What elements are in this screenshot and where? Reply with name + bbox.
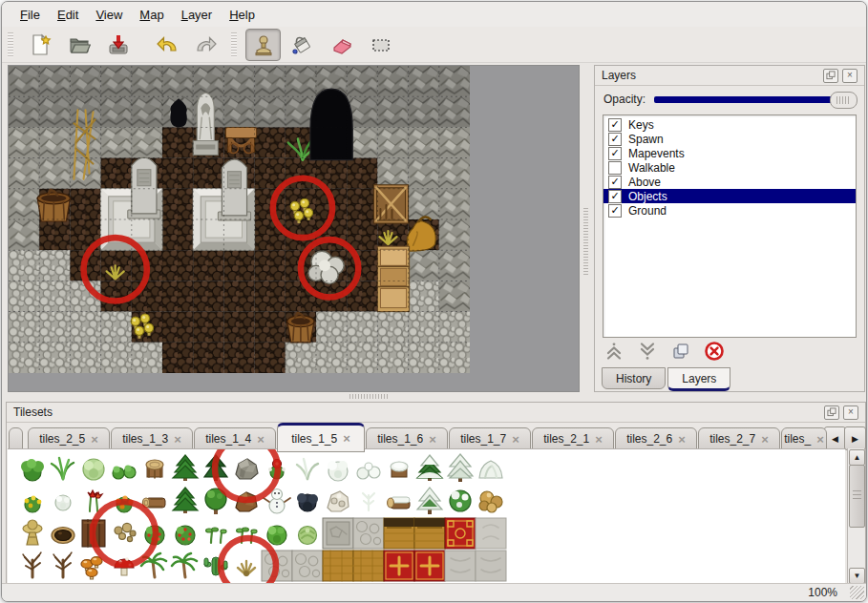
layer-row-keys[interactable]: ✓Keys [603, 117, 856, 132]
layer-row-above[interactable]: ✓Above [603, 175, 856, 189]
tab-close-icon[interactable]: × [257, 432, 265, 447]
tile-snowbush[interactable] [328, 461, 348, 481]
tileset-tab-tiles_2_1[interactable]: tiles_2_1× [532, 427, 614, 450]
menu-item-help[interactable]: Help [221, 4, 264, 26]
redo-button[interactable] [188, 29, 223, 61]
save-file-button[interactable] [100, 29, 136, 61]
fill-tool-button[interactable] [285, 29, 320, 61]
layer-visibility-checkbox[interactable]: ✓ [608, 176, 622, 189]
tile-snowlog[interactable] [388, 497, 410, 509]
panel-tab-layers[interactable]: Layers [667, 367, 730, 391]
duplicate-layer-button[interactable] [669, 341, 692, 362]
raise-layer-button[interactable] [603, 341, 625, 362]
resize-grip[interactable] [850, 586, 864, 599]
tile-whiteflower[interactable] [55, 495, 71, 510]
tileset-tab-tiles_1_3[interactable]: tiles_1_3× [111, 427, 193, 450]
tile-stump[interactable] [146, 460, 163, 478]
close-icon[interactable]: × [842, 69, 857, 83]
close-icon[interactable]: × [843, 405, 858, 420]
tile-woodB[interactable] [353, 551, 384, 581]
layer-row-walkable[interactable]: Walkable [603, 160, 856, 175]
tab-close-icon[interactable]: × [91, 432, 98, 447]
tab-close-icon[interactable]: × [512, 432, 519, 447]
panel-tab-history[interactable]: History [602, 367, 666, 389]
horizontal-splitter[interactable] [6, 391, 864, 402]
toolbar-grip[interactable] [231, 32, 237, 57]
tileset-tab-tiles_1_7[interactable]: tiles_1_7× [449, 427, 531, 450]
tile-carpetA[interactable] [445, 518, 476, 549]
undock-icon[interactable] [823, 69, 838, 83]
tile-woodA[interactable] [414, 518, 445, 549]
tile-snowstump[interactable] [391, 462, 408, 477]
vertical-splitter[interactable] [580, 65, 593, 390]
layer-visibility-checkbox[interactable]: ✓ [608, 133, 622, 146]
menu-item-file[interactable]: File [11, 4, 49, 26]
layer-row-objects[interactable]: ✓Objects [603, 189, 856, 203]
tile-grayB[interactable] [476, 551, 506, 581]
tab-close-icon[interactable]: × [595, 432, 603, 447]
menu-item-layer[interactable]: Layer [173, 4, 222, 26]
eraser-tool-button[interactable] [324, 29, 359, 61]
menu-item-view[interactable]: View [87, 4, 131, 26]
layer-visibility-checkbox[interactable]: ✓ [608, 118, 622, 132]
scroll-up-button[interactable]: ▲ [849, 449, 865, 466]
layer-row-ground[interactable]: ✓Ground [603, 203, 856, 218]
tile-grayA[interactable] [476, 518, 506, 549]
layer-visibility-checkbox[interactable]: ✓ [608, 147, 622, 160]
tab-close-icon[interactable]: × [678, 432, 686, 447]
tab-close-icon[interactable]: × [429, 432, 436, 447]
tile-carpetC[interactable] [414, 551, 445, 581]
tab-scroll-left-button[interactable]: ◀ [824, 426, 846, 450]
tab-scroll-right-button[interactable]: ▶ [844, 426, 866, 450]
tile-hole[interactable] [52, 528, 74, 544]
layer-row-spawn[interactable]: ✓Spawn [603, 132, 856, 146]
lower-layer-button[interactable] [636, 341, 659, 362]
tileset-tab-tiles[interactable]: tiles_× [781, 427, 827, 450]
layer-row-mapevents[interactable]: ✓Mapevents [603, 146, 856, 160]
tile-stonefloor[interactable] [353, 518, 384, 549]
tab-close-icon[interactable]: × [174, 432, 181, 447]
tile-woodA[interactable] [384, 518, 414, 549]
map-view[interactable] [9, 66, 470, 373]
tab-partial-left[interactable] [9, 427, 23, 450]
toolbar-grip[interactable] [8, 32, 13, 57]
tile-carpetC[interactable] [384, 551, 414, 581]
tab-close-icon[interactable]: × [816, 432, 824, 447]
tileset-tab-tiles_1_5[interactable]: tiles_1_5× [277, 423, 365, 452]
tile-grayB[interactable] [445, 551, 476, 581]
tileset-tab-tiles_1_6[interactable]: tiles_1_6× [366, 427, 448, 450]
tile-cabbage[interactable] [299, 527, 317, 545]
new-file-button[interactable] [22, 29, 57, 61]
undock-icon[interactable] [824, 405, 839, 420]
menu-item-map[interactable]: Map [131, 4, 172, 26]
tile-greenbush[interactable] [267, 526, 286, 545]
tile-log[interactable] [142, 498, 165, 508]
tileset-tab-tiles_2_7[interactable]: tiles_2_7× [698, 427, 780, 450]
undo-button[interactable] [149, 29, 184, 61]
select-tool-button[interactable] [363, 29, 398, 61]
tile-stoneframe[interactable] [323, 518, 353, 549]
layer-visibility-checkbox[interactable]: ✓ [608, 190, 622, 203]
tab-close-icon[interactable]: × [761, 432, 769, 447]
scroll-down-button[interactable]: ▼ [849, 568, 865, 584]
tile-berrybush[interactable] [176, 526, 195, 545]
menu-item-edit[interactable]: Edit [49, 4, 87, 26]
opacity-slider[interactable] [654, 96, 856, 103]
tileset-tab-tiles_2_5[interactable]: tiles_2_5× [28, 427, 110, 450]
tab-close-icon[interactable]: × [343, 431, 350, 446]
tileset-tab-tiles_1_4[interactable]: tiles_1_4× [194, 427, 276, 450]
tileset-scrollbar[interactable]: ▲ ▼ [847, 448, 864, 585]
tileset-view[interactable] [8, 449, 845, 586]
tileset-tab-tiles_2_6[interactable]: tiles_2_6× [615, 427, 697, 450]
layer-visibility-checkbox[interactable] [608, 161, 622, 175]
stamp-tool-button[interactable] [245, 29, 281, 61]
tile-woodB[interactable] [323, 551, 353, 581]
opacity-slider-handle[interactable] [830, 92, 857, 109]
layer-visibility-checkbox[interactable]: ✓ [608, 204, 622, 218]
tile-greensnowtree[interactable] [450, 490, 471, 511]
tile-stonefloor[interactable] [292, 551, 323, 581]
open-file-button[interactable] [61, 29, 96, 61]
tile-lightbush[interactable] [83, 459, 104, 480]
scrollbar-thumb[interactable] [849, 465, 865, 528]
delete-layer-button[interactable] [703, 341, 726, 362]
